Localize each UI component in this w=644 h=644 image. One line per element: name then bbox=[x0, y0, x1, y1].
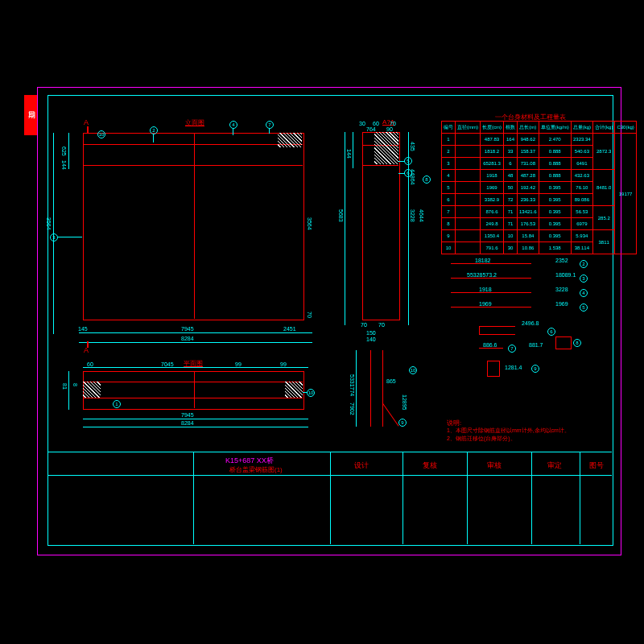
qty-table: 编号直径(mm)长度(cm)根数总长(m)单位重(kg/m)总量(kg)合计(k… bbox=[441, 121, 637, 254]
ldr-3 bbox=[58, 237, 82, 237]
bs-3t: 1918 bbox=[479, 287, 492, 292]
tbl-hdr: 编号直径(mm)长度(cm)根数总长(m)单位重(kg/m)总量(kg)合计(k… bbox=[442, 122, 637, 134]
bs-3r: 3228 bbox=[555, 287, 568, 292]
elev-line1 bbox=[83, 144, 303, 145]
bs-1 bbox=[451, 263, 531, 264]
det-d3: 865 bbox=[386, 378, 396, 384]
sd-r4: 4644 bbox=[419, 209, 424, 222]
sect-dv1 bbox=[345, 132, 345, 325]
sect-l2 bbox=[362, 165, 398, 166]
tb-v2 bbox=[330, 452, 331, 544]
det-bar10: 10 bbox=[409, 366, 417, 374]
plan-dim-b1 bbox=[83, 419, 308, 419]
plan-hatch-r bbox=[285, 382, 303, 398]
sd-b3: 150 bbox=[366, 330, 376, 336]
sd-b4: 140 bbox=[366, 336, 376, 342]
bar-10a: 10 bbox=[97, 130, 105, 138]
bs-6t: 2496.8 bbox=[522, 320, 539, 326]
plan-l2 bbox=[83, 398, 303, 398]
plan-l1 bbox=[83, 382, 303, 382]
tbl-r4: 4191848487.280.888432.638481.0 bbox=[442, 170, 637, 182]
bs-7t: 886.6 bbox=[483, 342, 497, 348]
bar-7: 7 bbox=[266, 121, 274, 129]
plan-v bbox=[194, 371, 195, 408]
plan-d2b: 99 bbox=[280, 361, 287, 367]
cut-a-bot-line bbox=[87, 341, 89, 348]
sect-dv2 bbox=[353, 132, 353, 168]
sd-t3: 70 bbox=[390, 121, 396, 126]
dim-h1: 3564 bbox=[46, 217, 52, 230]
sect-ldr1 bbox=[398, 161, 405, 162]
plan-bar10: 10 bbox=[307, 389, 315, 397]
tbl-r1: 1487.83164948.622.4702323.342872.319177 bbox=[442, 134, 637, 146]
det-d1: 5331774 bbox=[349, 374, 355, 396]
det-d4: 12895 bbox=[402, 394, 407, 410]
elev-title: 立面图 bbox=[185, 118, 204, 127]
sect-ldr2 bbox=[398, 173, 405, 174]
sd-t1: 30 bbox=[359, 121, 365, 126]
sd-r3: 3228 bbox=[410, 209, 415, 222]
bs-4r: 1969 bbox=[555, 301, 568, 307]
det-v1 bbox=[370, 350, 371, 427]
plan-h2: 8 bbox=[72, 383, 78, 386]
plan-dim-v bbox=[68, 371, 69, 410]
cad-canvas: 日期 立面图 3564 625 144 3564 70 145 7945 245… bbox=[0, 0, 644, 644]
bs-6 bbox=[479, 326, 515, 327]
ldr-4 bbox=[233, 129, 233, 135]
dim-h-bot bbox=[79, 332, 312, 333]
dim-w4: 2451 bbox=[283, 326, 296, 332]
plan-dim-b2 bbox=[83, 427, 308, 427]
plan-w2: 8284 bbox=[181, 420, 194, 426]
bs-c4: 4 bbox=[580, 289, 588, 297]
tb-f3: 审核 bbox=[487, 460, 502, 471]
bs-c8: 8 bbox=[573, 339, 581, 347]
elev-line2 bbox=[83, 165, 303, 166]
bs-6b bbox=[479, 334, 515, 335]
plan-d2: 99 bbox=[235, 361, 242, 367]
plan-ldr bbox=[303, 392, 308, 393]
bs-4 bbox=[451, 307, 531, 308]
dim-w1: 7945 bbox=[181, 326, 194, 332]
bs-c9: 9 bbox=[531, 365, 539, 373]
sd-t5: 90 bbox=[386, 126, 393, 132]
bar-3: 3 bbox=[50, 233, 58, 242]
bs-c3: 3 bbox=[580, 275, 588, 283]
tb-v4 bbox=[467, 452, 468, 544]
dim-w2: 8284 bbox=[181, 336, 194, 341]
tb-v3 bbox=[402, 452, 403, 544]
bs-1r: 2352 bbox=[555, 258, 568, 263]
det-bar9: 9 bbox=[398, 419, 407, 427]
bs-2r: 18089.1 bbox=[555, 272, 576, 278]
tb-f2: 复核 bbox=[423, 460, 437, 471]
cut-a-top: A bbox=[84, 118, 89, 126]
plan-dim-t bbox=[83, 367, 308, 368]
sd-d7: 144 bbox=[346, 149, 352, 159]
tbl-r7: 7876.67113421.60.39556.53285.2 bbox=[442, 206, 637, 218]
bs-3 bbox=[451, 292, 531, 293]
bs-c5: 5 bbox=[580, 303, 588, 312]
det-dv bbox=[356, 350, 357, 427]
tbl-r9: 91350.41015.840.3955.9343811 bbox=[442, 230, 637, 242]
sd-t4: 764 bbox=[366, 126, 376, 132]
dim-v1 bbox=[68, 133, 69, 169]
plan-d1: 60 bbox=[87, 361, 93, 367]
bs-2t: 55328573.2 bbox=[467, 272, 497, 278]
sect-b6: 6 bbox=[404, 169, 412, 177]
dim-h2: 625 bbox=[61, 147, 67, 156]
sd-d4: 5683 bbox=[338, 209, 344, 222]
plan-d3: 7045 bbox=[161, 361, 174, 367]
plan-bar1: 1 bbox=[113, 400, 121, 408]
sidebar-tab: 日期 bbox=[24, 95, 37, 135]
det-v2 bbox=[382, 350, 383, 427]
dim-h-bot2 bbox=[79, 342, 312, 343]
bs-2 bbox=[451, 278, 531, 279]
bs-8box bbox=[555, 336, 572, 349]
sd-t2: 60 bbox=[373, 121, 379, 126]
tb-v6 bbox=[580, 452, 580, 544]
dim-h3: 144 bbox=[61, 160, 67, 170]
tb-f4: 审定 bbox=[547, 460, 562, 471]
elev-vline bbox=[194, 133, 195, 319]
tb-f1: 设计 bbox=[354, 460, 369, 471]
ldr-7 bbox=[269, 129, 270, 134]
bs-1t: 18182 bbox=[475, 258, 490, 263]
